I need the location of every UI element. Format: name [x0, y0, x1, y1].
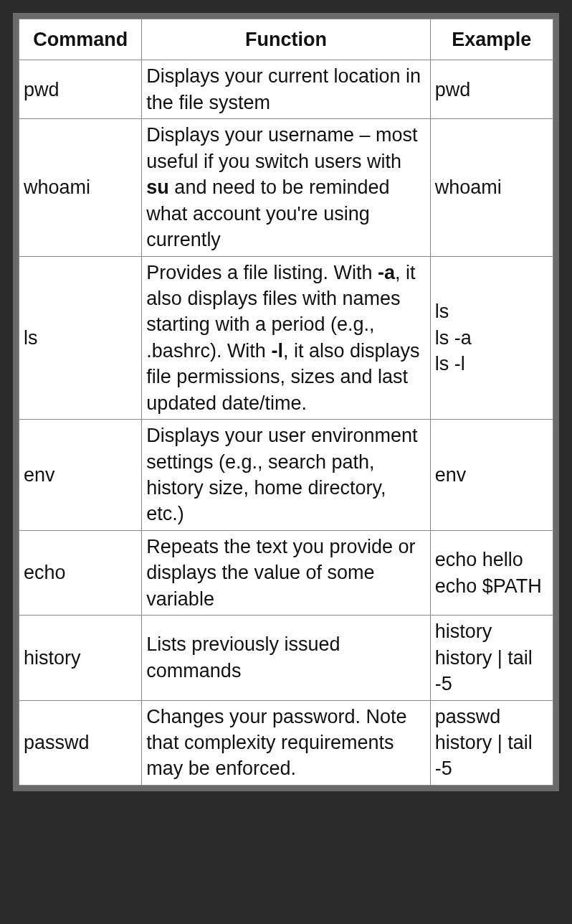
- cell-example: passwdhistory | tail -5: [430, 700, 553, 785]
- table-row: pwdDisplays your current location in the…: [19, 60, 553, 119]
- cell-function: Provides a file listing. With -a, it als…: [142, 256, 430, 420]
- cell-command: history: [19, 616, 142, 700]
- cell-example: lsls -als -l: [430, 256, 553, 420]
- cell-function: Changes your password. Note that complex…: [142, 700, 430, 785]
- cell-example: pwd: [430, 60, 553, 119]
- cell-example: whoami: [430, 119, 553, 256]
- cell-command: env: [19, 420, 142, 531]
- cell-function: Displays your current location in the fi…: [142, 60, 430, 119]
- header-example: Example: [430, 19, 553, 60]
- table-row: lsProvides a file listing. With -a, it a…: [19, 256, 553, 420]
- table-container: Command Function Example pwdDisplays you…: [19, 19, 553, 786]
- cell-function: Repeats the text you provide or displays…: [142, 530, 430, 615]
- cell-command: pwd: [19, 60, 142, 119]
- cell-function: Lists previously issued commands: [142, 616, 430, 700]
- table-frame: Command Function Example pwdDisplays you…: [13, 13, 559, 791]
- cell-function: Displays your user environment settings …: [142, 420, 430, 531]
- cell-function: Displays your username – most useful if …: [142, 119, 430, 256]
- commands-table: Command Function Example pwdDisplays you…: [19, 19, 553, 786]
- header-function: Function: [142, 19, 430, 60]
- table-row: historyLists previously issued commandsh…: [19, 616, 553, 700]
- header-command: Command: [19, 19, 142, 60]
- table-header-row: Command Function Example: [19, 19, 553, 60]
- cell-example: env: [430, 420, 553, 531]
- table-row: whoamiDisplays your username – most usef…: [19, 119, 553, 256]
- table-row: echoRepeats the text you provide or disp…: [19, 530, 553, 615]
- cell-command: ls: [19, 256, 142, 420]
- cell-example: historyhistory | tail -5: [430, 616, 553, 700]
- cell-command: echo: [19, 530, 142, 615]
- table-row: passwdChanges your password. Note that c…: [19, 700, 553, 785]
- cell-command: passwd: [19, 700, 142, 785]
- cell-example: echo helloecho $PATH: [430, 530, 553, 615]
- cell-command: whoami: [19, 119, 142, 256]
- table-row: envDisplays your user environment settin…: [19, 420, 553, 531]
